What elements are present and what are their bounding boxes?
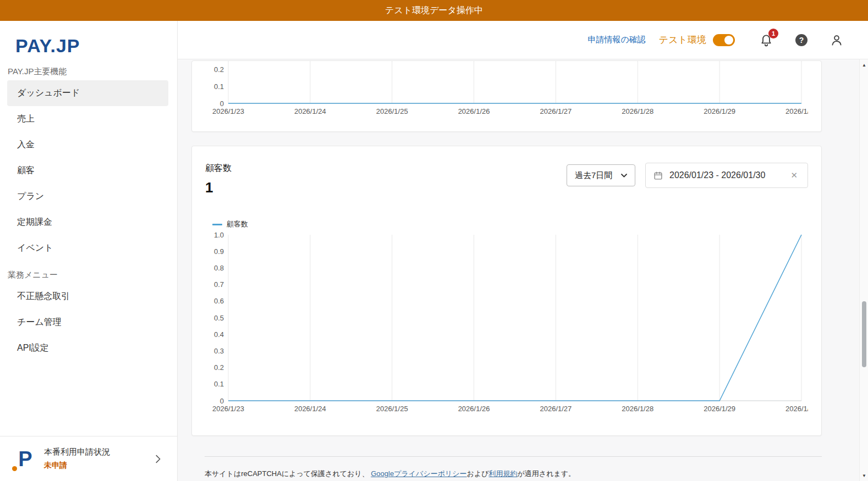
svg-text:2026/1/27: 2026/1/27 xyxy=(540,405,572,413)
footer-text-prefix: 本サイトはreCAPTCHAによって保護されており、 xyxy=(205,469,371,478)
svg-text:2026/1/29: 2026/1/29 xyxy=(704,107,735,115)
notifications-button[interactable]: 1 xyxy=(759,33,773,47)
svg-text:2026/1/23: 2026/1/23 xyxy=(212,107,244,115)
range-select[interactable]: 過去7日間 xyxy=(567,164,635,186)
calendar-icon xyxy=(653,171,663,180)
chart-svg: 00.10.22026/1/232026/1/242026/1/252026/1… xyxy=(205,61,808,119)
customers-value: 1 xyxy=(205,179,232,196)
main-content: 00.10.22026/1/232026/1/242026/1/252026/1… xyxy=(178,59,868,481)
svg-text:0.3: 0.3 xyxy=(214,347,224,355)
customers-card: 顧客数 1 過去7日間 2026/01/23 - 2026/01/30 xyxy=(191,146,822,436)
top-chart: 00.10.22026/1/232026/1/242026/1/252026/1… xyxy=(205,61,808,119)
scrollbar: ▲ ▼ xyxy=(859,59,868,481)
customers-metric: 顧客数 1 xyxy=(205,163,232,196)
svg-text:2026/1/24: 2026/1/24 xyxy=(294,107,326,115)
svg-text:0.1: 0.1 xyxy=(214,380,224,388)
clear-date-icon[interactable]: ✕ xyxy=(788,169,800,181)
svg-text:2026/1/25: 2026/1/25 xyxy=(376,107,408,115)
sidebar-item-team[interactable]: チーム管理 xyxy=(7,309,168,335)
customers-title: 顧客数 xyxy=(205,163,232,174)
sidebar-item-dashboard[interactable]: ダッシュボード xyxy=(7,80,168,106)
svg-text:0.6: 0.6 xyxy=(214,297,224,305)
footer-divider xyxy=(205,456,822,457)
top-chart-card: 00.10.22026/1/232026/1/242026/1/252026/1… xyxy=(191,60,822,132)
privacy-policy-link[interactable]: Googleプライバシーポリシー xyxy=(371,469,466,478)
svg-text:0.9: 0.9 xyxy=(214,247,224,256)
footer-text-suffix: が適用されます。 xyxy=(518,469,576,478)
account-button[interactable] xyxy=(829,33,844,47)
sidebar-item-fraud[interactable]: 不正懸念取引 xyxy=(7,284,168,309)
legend-label: 顧客数 xyxy=(227,219,248,229)
svg-text:0.1: 0.1 xyxy=(214,82,224,91)
sidebar-item-sales[interactable]: 売上 xyxy=(7,106,168,132)
svg-text:2026/1/30: 2026/1/30 xyxy=(785,405,808,413)
svg-text:0: 0 xyxy=(220,397,224,405)
payjp-logo[interactable]: PAY.JP xyxy=(15,35,177,57)
svg-text:0.2: 0.2 xyxy=(214,363,224,372)
legend-line-mark xyxy=(212,224,222,225)
svg-text:0.8: 0.8 xyxy=(214,264,224,272)
footer-text-middle: および xyxy=(467,469,489,478)
help-button[interactable]: ? xyxy=(795,34,807,46)
recaptcha-footer: 本サイトはreCAPTCHAによって保護されており、 Googleプライバシーポ… xyxy=(205,456,822,479)
chevron-right-icon xyxy=(152,453,164,465)
sidebar-item-api-settings[interactable]: API設定 xyxy=(7,335,168,361)
production-application-status[interactable]: P 本番利用申請状況 未申請 xyxy=(0,436,177,481)
sidebar-section-main-features: PAY.JP主要機能 xyxy=(8,67,177,77)
help-icon: ? xyxy=(799,36,804,45)
person-icon xyxy=(829,33,844,47)
sidebar: PAY.JP PAY.JP主要機能 ダッシュボード 売上 入金 顧客 プラン 定… xyxy=(0,21,178,481)
sidebar-item-deposits[interactable]: 入金 xyxy=(7,132,168,158)
range-select-value: 過去7日間 xyxy=(575,170,612,181)
test-env-label: テスト環境 xyxy=(659,34,706,46)
sidebar-section-business-menu: 業務メニュー xyxy=(8,270,177,280)
svg-text:2026/1/29: 2026/1/29 xyxy=(704,405,735,413)
test-env-banner: テスト環境データ操作中 xyxy=(0,0,868,21)
banner-text: テスト環境データ操作中 xyxy=(385,5,483,16)
scrollbar-thumb[interactable] xyxy=(862,301,866,367)
env-switch-group: テスト環境 xyxy=(659,34,735,46)
status-dot xyxy=(12,466,17,471)
svg-text:0: 0 xyxy=(220,99,224,108)
chart-svg: 00.10.20.30.40.50.60.70.80.91.02026/1/23… xyxy=(205,231,808,416)
sidebar-item-subscriptions[interactable]: 定期課金 xyxy=(7,209,168,235)
svg-text:2026/1/24: 2026/1/24 xyxy=(294,405,326,413)
svg-text:0.4: 0.4 xyxy=(214,330,224,339)
date-range-picker[interactable]: 2026/01/23 - 2026/01/30 ✕ xyxy=(645,163,808,188)
p-logo-letter: P xyxy=(18,447,32,471)
env-toggle-knob xyxy=(724,36,733,45)
top-header: 申請情報の確認 テスト環境 1 ? xyxy=(178,21,868,59)
chart-legend: 顧客数 xyxy=(212,219,808,229)
svg-text:2026/1/28: 2026/1/28 xyxy=(622,107,653,115)
application-status-badge: 未申請 xyxy=(44,461,152,471)
sidebar-item-events[interactable]: イベント xyxy=(7,235,168,261)
terms-link[interactable]: 利用規約 xyxy=(489,469,518,478)
svg-text:0.2: 0.2 xyxy=(214,65,224,74)
p-logo-icon: P xyxy=(14,446,36,472)
svg-text:0.5: 0.5 xyxy=(214,314,224,322)
notification-count-badge: 1 xyxy=(768,29,778,38)
scroll-down-icon[interactable]: ▼ xyxy=(860,471,868,480)
svg-text:2026/1/27: 2026/1/27 xyxy=(540,107,572,115)
svg-text:2026/1/28: 2026/1/28 xyxy=(622,405,653,413)
svg-text:2026/1/30: 2026/1/30 xyxy=(785,107,808,115)
date-range-value: 2026/01/23 - 2026/01/30 xyxy=(669,170,788,180)
chevron-down-icon xyxy=(621,174,627,178)
svg-text:1.0: 1.0 xyxy=(214,231,224,239)
env-toggle[interactable] xyxy=(713,34,735,46)
svg-text:0.7: 0.7 xyxy=(214,280,224,289)
svg-text:2026/1/26: 2026/1/26 xyxy=(458,405,490,413)
sidebar-item-plans[interactable]: プラン xyxy=(7,184,168,209)
customers-chart: 00.10.20.30.40.50.60.70.80.91.02026/1/23… xyxy=(205,231,808,416)
scroll-up-icon[interactable]: ▲ xyxy=(860,60,868,69)
sidebar-item-customers[interactable]: 顧客 xyxy=(7,158,168,184)
application-status-title: 本番利用申請状況 xyxy=(44,447,152,457)
application-info-link[interactable]: 申請情報の確認 xyxy=(587,35,645,45)
svg-text:2026/1/26: 2026/1/26 xyxy=(458,107,490,115)
svg-text:2026/1/25: 2026/1/25 xyxy=(376,405,408,413)
svg-text:2026/1/23: 2026/1/23 xyxy=(212,405,244,413)
